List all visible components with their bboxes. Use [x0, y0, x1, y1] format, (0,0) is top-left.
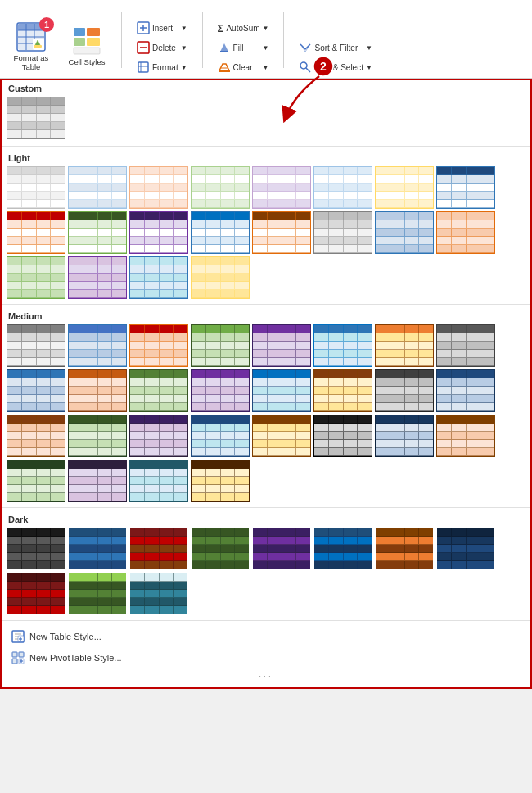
new-table-style-icon	[11, 630, 25, 643]
medium-style-thumb-24[interactable]	[7, 460, 65, 502]
medium-style-thumb-20[interactable]	[252, 415, 311, 457]
dark-section-label: Dark	[2, 511, 530, 526]
format-button[interactable]: Format ▼	[132, 58, 192, 76]
svg-rect-13	[87, 38, 100, 46]
delete-arrow: ▼	[181, 44, 187, 52]
medium-style-thumb-9[interactable]	[68, 369, 127, 412]
dark-style-thumb-0[interactable]	[7, 528, 65, 570]
light-style-thumb-8[interactable]	[7, 211, 65, 254]
medium-style-thumb-3[interactable]	[191, 324, 250, 367]
fill-arrow: ▼	[263, 44, 269, 52]
scroll-dots: ···	[2, 670, 530, 684]
light-style-thumb-0[interactable]	[7, 166, 65, 209]
new-pivot-style-icon	[11, 651, 25, 664]
medium-style-thumb-7[interactable]	[436, 324, 495, 367]
dark-style-thumb-9[interactable]	[68, 573, 127, 615]
divider-4	[2, 620, 530, 621]
medium-style-thumb-5[interactable]	[313, 324, 372, 367]
light-style-thumb-7[interactable]	[436, 166, 495, 209]
light-style-thumb-3[interactable]	[191, 166, 250, 209]
medium-style-thumb-12[interactable]	[252, 369, 311, 412]
light-style-thumb-15[interactable]	[436, 211, 495, 254]
medium-style-thumb-21[interactable]	[313, 415, 372, 457]
light-style-thumb-13[interactable]	[313, 211, 372, 254]
light-style-thumb-17[interactable]	[68, 256, 127, 299]
medium-style-thumb-2[interactable]	[129, 324, 188, 367]
medium-style-thumb-4[interactable]	[252, 324, 311, 367]
light-style-thumb-12[interactable]	[252, 211, 311, 254]
medium-style-thumb-14[interactable]	[375, 369, 434, 412]
dark-style-thumb-4[interactable]	[252, 528, 311, 570]
medium-style-thumb-19[interactable]	[191, 415, 250, 457]
fill-icon	[218, 41, 231, 54]
medium-style-thumb-1[interactable]	[68, 324, 127, 367]
clear-button[interactable]: Clear ▼	[213, 58, 274, 76]
light-style-thumb-2[interactable]	[129, 166, 188, 209]
dark-style-thumb-7[interactable]	[436, 528, 495, 570]
new-pivot-style-button[interactable]: New PivotTable Style...	[5, 647, 527, 668]
insert-delete-format-group: Insert ▼ Delete ▼ Format ▼	[132, 19, 192, 76]
light-style-thumb-11[interactable]	[191, 211, 250, 254]
table-style-dropdown: Custom Light Medium Dark New Table St	[0, 79, 532, 689]
insert-arrow: ▼	[181, 25, 187, 32]
custom-style-thumb[interactable]	[7, 97, 65, 139]
light-style-thumb-18[interactable]	[129, 256, 188, 299]
medium-style-thumb-15[interactable]	[436, 369, 495, 412]
light-style-thumb-14[interactable]	[375, 211, 434, 254]
clear-icon	[218, 61, 231, 74]
badge-1: 1	[39, 17, 54, 32]
medium-style-thumb-13[interactable]	[313, 369, 372, 412]
light-style-thumb-5[interactable]	[313, 166, 372, 209]
dark-style-thumb-2[interactable]	[129, 528, 188, 570]
autosum-button[interactable]: Σ AutoSum ▼	[213, 20, 274, 37]
custom-section-label: Custom	[2, 80, 530, 95]
format-icon	[137, 61, 150, 74]
medium-style-thumb-0[interactable]	[7, 324, 65, 367]
light-style-thumb-9[interactable]	[68, 211, 127, 254]
dark-style-thumb-10[interactable]	[129, 573, 188, 615]
new-table-style-button[interactable]: New Table Style...	[5, 626, 527, 647]
cell-styles-group: Cell Styles	[62, 17, 111, 76]
autosum-fill-clear-group: Σ AutoSum ▼ Fill ▼ Clear ▼	[213, 20, 274, 76]
fill-label: Fill	[233, 43, 244, 52]
light-style-thumb-10[interactable]	[129, 211, 188, 254]
format-as-table-group: Format as Table 1	[7, 17, 56, 76]
light-style-thumb-16[interactable]	[7, 256, 65, 299]
medium-style-thumb-16[interactable]	[7, 415, 65, 457]
light-style-thumb-4[interactable]	[252, 166, 311, 209]
svg-rect-20	[138, 62, 148, 72]
sort-filter-arrow: ▼	[366, 44, 372, 52]
dark-style-thumb-6[interactable]	[375, 528, 434, 570]
medium-style-thumb-10[interactable]	[129, 369, 188, 412]
medium-style-thumb-6[interactable]	[375, 324, 434, 367]
format-label: Format	[152, 63, 178, 72]
delete-button[interactable]: Delete ▼	[132, 39, 192, 57]
cell-styles-button[interactable]: Cell Styles	[62, 17, 111, 76]
light-style-thumb-6[interactable]	[375, 166, 434, 209]
medium-style-thumb-17[interactable]	[68, 415, 127, 457]
medium-style-thumb-25[interactable]	[68, 460, 127, 502]
autosum-sigma: Σ	[218, 22, 224, 34]
dark-style-thumb-1[interactable]	[68, 528, 127, 570]
annotation-arrow: 2	[278, 54, 376, 128]
format-as-table-label: Format as Table	[9, 53, 53, 72]
light-style-thumb-1[interactable]	[68, 166, 127, 209]
dark-style-thumb-8[interactable]	[7, 573, 65, 615]
insert-label: Insert	[152, 24, 173, 33]
medium-style-thumb-22[interactable]	[375, 415, 434, 457]
svg-rect-12	[74, 38, 85, 46]
medium-style-thumb-27[interactable]	[191, 460, 250, 502]
fill-button[interactable]: Fill ▼	[213, 39, 274, 57]
medium-style-thumb-11[interactable]	[191, 369, 250, 412]
light-style-thumb-19[interactable]	[191, 256, 250, 299]
medium-style-thumb-26[interactable]	[129, 460, 188, 502]
clear-label: Clear	[233, 63, 253, 72]
medium-style-thumb-8[interactable]	[7, 369, 65, 412]
dark-style-thumb-3[interactable]	[191, 528, 250, 570]
bottom-buttons-group: New Table Style... New PivotTable Style.…	[2, 624, 530, 670]
medium-style-thumb-18[interactable]	[129, 415, 188, 457]
dark-style-thumb-5[interactable]	[313, 528, 372, 570]
svg-rect-36	[12, 652, 17, 657]
insert-button[interactable]: Insert ▼	[132, 19, 192, 37]
medium-style-thumb-23[interactable]	[436, 415, 495, 457]
